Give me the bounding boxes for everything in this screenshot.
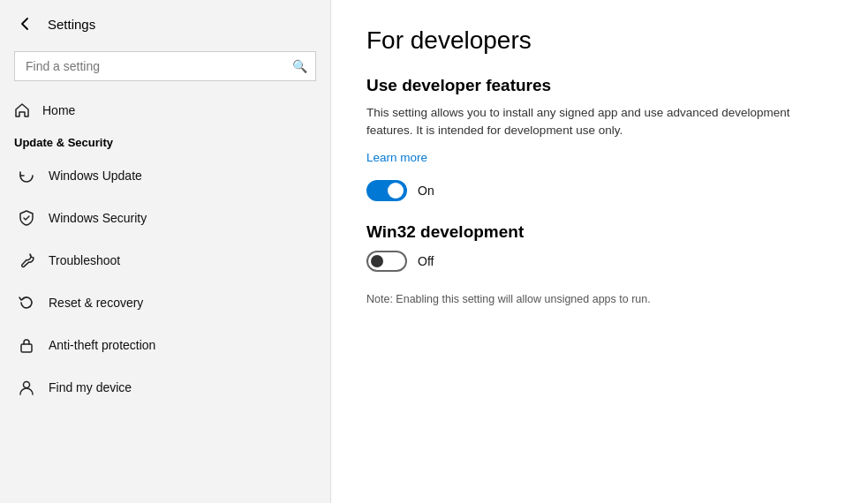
sidebar-header: Settings	[0, 0, 330, 44]
back-icon	[18, 16, 34, 32]
sidebar-item-windows-security[interactable]: Windows Security	[0, 197, 330, 239]
sidebar-item-label: Reset & recovery	[49, 296, 143, 310]
main-content: For developers Use developer features Th…	[331, 0, 868, 503]
reset-icon	[17, 293, 36, 312]
update-icon	[17, 166, 36, 185]
sidebar-item-find-device[interactable]: Find my device	[0, 366, 330, 409]
win32-toggle[interactable]	[366, 251, 407, 272]
sidebar-item-label: Windows Update	[49, 169, 142, 183]
sidebar-item-reset-recovery[interactable]: Reset & recovery	[0, 282, 330, 324]
learn-more-link[interactable]: Learn more	[366, 151, 427, 164]
sidebar-item-label: Find my device	[49, 380, 132, 394]
win32-development-heading: Win32 development	[366, 222, 833, 242]
sidebar-item-label: Troubleshoot	[49, 253, 120, 267]
win32-toggle-row: Off	[366, 251, 833, 272]
win32-toggle-label: Off	[418, 254, 434, 268]
home-label: Home	[42, 103, 75, 117]
sidebar-item-anti-theft[interactable]: Anti-theft protection	[0, 324, 330, 366]
settings-title: Settings	[48, 17, 95, 32]
search-input[interactable]	[14, 51, 316, 81]
developer-features-toggle[interactable]	[366, 180, 407, 201]
home-icon	[14, 102, 30, 118]
svg-rect-0	[21, 344, 32, 352]
sidebar-item-troubleshoot[interactable]: Troubleshoot	[0, 239, 330, 282]
shield-icon	[17, 208, 36, 228]
developer-toggle-row: On	[366, 180, 833, 201]
win32-note: Note: Enabling this setting will allow u…	[366, 293, 833, 305]
wrench-icon	[17, 251, 36, 270]
person-icon	[17, 378, 36, 397]
back-button[interactable]	[14, 12, 37, 35]
page-title: For developers	[366, 26, 833, 55]
svg-point-1	[24, 382, 30, 388]
sidebar-item-label: Windows Security	[49, 211, 147, 225]
sidebar-item-label: Anti-theft protection	[49, 338, 155, 352]
developer-toggle-label: On	[418, 184, 434, 198]
sidebar: Settings 🔍 Home Update & Security Window…	[0, 0, 331, 503]
home-nav-item[interactable]: Home	[0, 92, 330, 129]
lock-icon	[17, 335, 36, 355]
sidebar-item-windows-update[interactable]: Windows Update	[0, 154, 330, 197]
search-wrapper: 🔍	[0, 44, 330, 92]
use-developer-features-heading: Use developer features	[366, 76, 833, 95]
section-heading: Update & Security	[0, 129, 330, 154]
developer-features-description: This setting allows you to install any s…	[366, 104, 826, 140]
